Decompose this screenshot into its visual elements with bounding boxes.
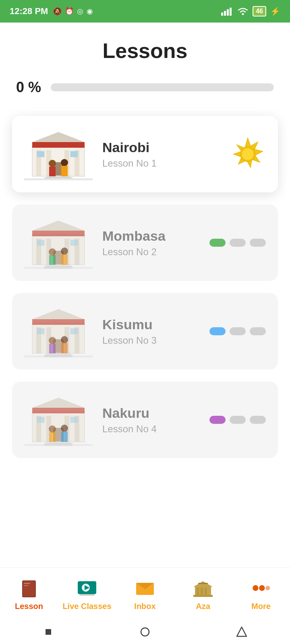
progress-dots-kisumu xyxy=(209,327,266,335)
svg-rect-60 xyxy=(32,408,85,413)
svg-point-72 xyxy=(61,425,68,432)
inbox-nav-icon xyxy=(134,577,156,599)
svg-marker-40 xyxy=(32,221,85,231)
dot-2-mombasa xyxy=(230,239,246,247)
nav-item-live-classes[interactable]: Live Classes xyxy=(58,568,116,620)
nav-item-more[interactable]: More xyxy=(232,568,290,620)
dot-3-nakuru xyxy=(250,416,266,424)
svg-rect-1 xyxy=(224,11,226,16)
svg-rect-12 xyxy=(37,151,44,157)
svg-rect-75 xyxy=(24,444,93,446)
lesson-info-nairobi: Nairobi Lesson No 1 xyxy=(102,140,220,169)
svg-rect-50 xyxy=(70,328,78,334)
progress-label: 0 % xyxy=(16,79,41,96)
nav-item-lesson[interactable]: Lesson xyxy=(0,568,58,620)
svg-point-16 xyxy=(49,160,56,167)
svg-point-55 xyxy=(61,336,68,343)
dot-1-mombasa xyxy=(209,239,226,247)
svg-rect-17 xyxy=(49,167,56,176)
nav-item-inbox[interactable]: Inbox xyxy=(116,568,174,620)
svg-rect-73 xyxy=(61,431,68,442)
alarm-icon: ⏰ xyxy=(65,7,74,16)
lesson-info-mombasa: Mombasa Lesson No 2 xyxy=(102,228,200,258)
svg-point-53 xyxy=(49,337,56,344)
svg-rect-19 xyxy=(61,166,68,176)
svg-rect-58 xyxy=(24,355,93,357)
svg-rect-39 xyxy=(61,254,68,265)
dot-2-kisumu xyxy=(230,327,246,335)
main-content: Lessons 0 % xyxy=(0,23,290,535)
status-icons: 🔕 ⏰ ◎ ◉ xyxy=(53,7,93,16)
svg-rect-6 xyxy=(32,142,85,148)
wifi-icon xyxy=(237,7,249,16)
svg-point-4 xyxy=(242,13,244,15)
more-nav-icon xyxy=(250,577,272,599)
svg-point-38 xyxy=(61,248,68,255)
status-bar-right: 46 ⚡ xyxy=(221,6,280,17)
dot-3-kisumu xyxy=(250,327,266,335)
svg-point-70 xyxy=(49,425,56,433)
svg-rect-67 xyxy=(70,417,78,423)
lesson-number-mombasa: Lesson No 2 xyxy=(102,246,200,258)
dot-1-nakuru xyxy=(209,416,226,424)
battery-level: 46 xyxy=(253,6,266,17)
lesson-info-kisumu: Kisumu Lesson No 3 xyxy=(102,317,200,346)
svg-marker-20 xyxy=(32,132,85,142)
sun-badge xyxy=(230,136,266,172)
lesson-nav-icon xyxy=(18,577,40,599)
status-time: 12:28 PM xyxy=(10,6,48,17)
svg-rect-96 xyxy=(46,629,51,635)
back-button[interactable] xyxy=(41,625,56,639)
svg-rect-88 xyxy=(201,588,203,596)
progress-bar-background xyxy=(51,83,274,91)
lesson-number-nairobi: Lesson No 1 xyxy=(102,158,220,169)
svg-rect-83 xyxy=(79,594,95,596)
svg-rect-21 xyxy=(24,178,93,180)
svg-rect-37 xyxy=(49,255,56,265)
svg-rect-89 xyxy=(205,588,207,596)
lesson-card-mombasa[interactable]: Mombasa Lesson No 2 xyxy=(12,204,278,281)
svg-rect-49 xyxy=(37,328,44,334)
svg-marker-98 xyxy=(237,627,246,636)
svg-point-94 xyxy=(259,585,265,591)
svg-point-97 xyxy=(141,628,149,636)
lesson-card-kisumu[interactable]: Kisumu Lesson No 3 xyxy=(12,293,278,369)
svg-rect-79 xyxy=(24,585,29,586)
svg-rect-2 xyxy=(227,9,229,16)
page-title: Lessons xyxy=(12,39,278,63)
progress-section: 0 % xyxy=(12,79,278,96)
svg-rect-56 xyxy=(61,343,68,353)
aza-nav-label: Aza xyxy=(196,602,210,611)
lesson-image-kisumu xyxy=(24,305,93,357)
recents-button[interactable] xyxy=(234,625,249,639)
svg-rect-33 xyxy=(70,240,78,246)
lesson-info-nakuru: Nakuru Lesson No 4 xyxy=(102,405,200,435)
building-illustration-2 xyxy=(24,217,93,269)
lesson-card-nakuru[interactable]: Nakuru Lesson No 4 xyxy=(12,382,278,458)
svg-point-36 xyxy=(49,248,56,256)
svg-point-93 xyxy=(253,585,258,591)
svg-marker-57 xyxy=(32,309,85,319)
svg-rect-66 xyxy=(37,417,44,423)
svg-rect-78 xyxy=(24,583,30,584)
svg-rect-3 xyxy=(230,8,232,16)
sync-icon: ◎ xyxy=(77,7,83,16)
lesson-image-nairobi xyxy=(24,128,93,180)
building-illustration-1 xyxy=(24,128,93,180)
svg-rect-0 xyxy=(221,12,223,16)
live-classes-nav-icon xyxy=(76,577,98,599)
signal-icon xyxy=(221,7,233,16)
svg-rect-54 xyxy=(49,344,56,353)
svg-rect-87 xyxy=(197,588,199,596)
mute-icon: 🔕 xyxy=(53,7,62,16)
lesson-card-nairobi[interactable]: Nairobi Lesson No 1 xyxy=(12,116,278,192)
svg-rect-43 xyxy=(32,319,85,325)
home-button[interactable] xyxy=(138,625,152,639)
building-illustration-3 xyxy=(24,305,93,357)
aza-nav-icon xyxy=(192,577,214,599)
progress-dots-mombasa xyxy=(209,239,266,247)
progress-dots-nakuru xyxy=(209,416,266,424)
nav-item-aza[interactable]: Aza xyxy=(174,568,232,620)
svg-rect-32 xyxy=(37,240,44,246)
dot-1-kisumu xyxy=(209,327,226,335)
